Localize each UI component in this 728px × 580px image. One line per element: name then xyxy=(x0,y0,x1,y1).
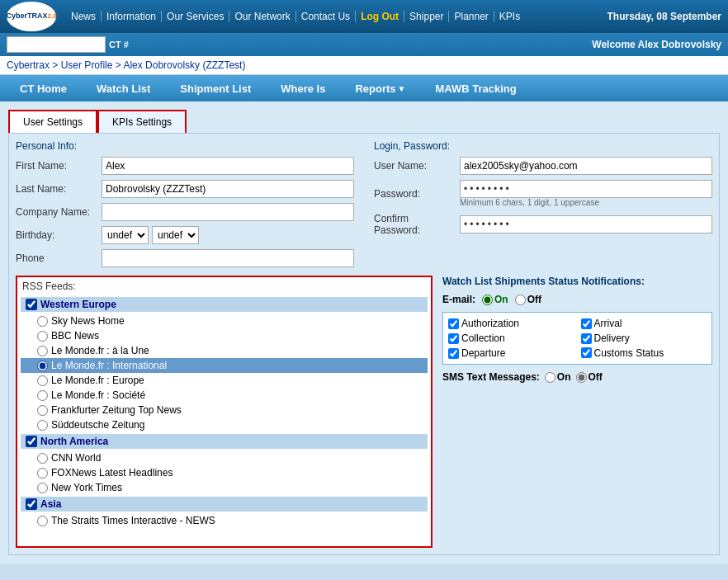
rss-bbc-news-radio[interactable] xyxy=(37,331,48,342)
breadcrumb-cybertrax[interactable]: Cybertrax xyxy=(7,59,50,71)
sms-on-radio[interactable] xyxy=(545,372,555,383)
rss-feeds-header: RSS Feeds: xyxy=(17,277,431,295)
rss-item-sky-news[interactable]: Sky News Home xyxy=(21,314,428,328)
password-input[interactable] xyxy=(460,180,712,198)
rss-item-le-monde-europe[interactable]: Le Monde.fr : Europe xyxy=(21,373,428,388)
rss-sky-news-label: Sky News Home xyxy=(51,315,125,327)
rss-item-nytimes[interactable]: New York Times xyxy=(21,480,428,495)
rss-le-monde-intl-radio[interactable] xyxy=(37,361,48,371)
email-off-radio[interactable] xyxy=(515,295,526,305)
rss-item-foxnews[interactable]: FOXNews Latest Headlines xyxy=(21,465,428,480)
rss-western-europe-checkbox[interactable] xyxy=(26,299,37,310)
birthday-label: Birthday: xyxy=(16,229,98,241)
phone-label: Phone xyxy=(16,252,98,264)
confirm-password-input[interactable] xyxy=(460,215,712,233)
email-off-label[interactable]: Off xyxy=(515,294,541,305)
email-on-radio[interactable] xyxy=(482,295,493,305)
rss-item-le-monde-intl[interactable]: Le Monde.fr : International xyxy=(21,358,428,373)
sms-on-text: On xyxy=(557,371,571,383)
nav-our-services[interactable]: Our Services xyxy=(162,11,229,22)
nav-logout[interactable]: Log Out xyxy=(356,11,404,22)
rss-item-frankfurter[interactable]: Frankfurter Zeitung Top News xyxy=(21,403,428,417)
authorization-checkbox[interactable] xyxy=(448,318,459,329)
arrival-checkbox[interactable] xyxy=(581,318,592,329)
nav-planner[interactable]: Planner xyxy=(449,11,494,22)
secondary-nav: CT Home Watch List Shipment List Where I… xyxy=(0,75,728,101)
rss-item-le-monde-societe[interactable]: Le Monde.fr : Société xyxy=(21,388,428,403)
customs-status-cb-item: Customs Status xyxy=(581,347,707,359)
confirm-password-label: Confirm Password: xyxy=(374,213,456,236)
rss-le-monde-europe-radio[interactable] xyxy=(37,375,48,386)
primary-nav: News Information Our Services Our Networ… xyxy=(66,11,604,22)
rss-category-asia: Asia xyxy=(21,497,428,512)
rss-nytimes-label: New York Times xyxy=(51,482,122,493)
collection-checkbox[interactable] xyxy=(448,333,459,344)
nav-our-network[interactable]: Our Network xyxy=(229,11,295,22)
sms-off-radio[interactable] xyxy=(576,372,587,383)
sms-off-label[interactable]: Off xyxy=(576,371,603,383)
secnav-ct-home[interactable]: CT Home xyxy=(13,79,73,98)
rss-le-monde-societe-radio[interactable] xyxy=(37,390,48,401)
secnav-reports[interactable]: Reports ▼ xyxy=(348,79,412,98)
secnav-shipment-list[interactable]: Shipment List xyxy=(173,79,258,98)
phone-row: Phone xyxy=(16,249,354,267)
tab-user-settings[interactable]: User Settings xyxy=(8,110,97,133)
first-name-input[interactable] xyxy=(102,157,354,175)
rss-sky-news-radio[interactable] xyxy=(37,316,48,327)
rss-item-bbc-news[interactable]: BBC News xyxy=(21,328,428,343)
rss-foxnews-radio[interactable] xyxy=(37,468,48,479)
rss-north-america-checkbox[interactable] xyxy=(26,436,37,447)
rss-cnn-radio[interactable] xyxy=(37,453,48,464)
personal-info-title: Personal Info: xyxy=(16,140,354,152)
rss-item-suddeutsche[interactable]: Süddeutsche Zeitung xyxy=(21,417,428,432)
rss-item-cnn[interactable]: CNN World xyxy=(21,450,428,465)
rss-items-list[interactable]: Western Europe Sky News Home BBC News xyxy=(17,295,431,546)
birthday-day-select[interactable]: undef xyxy=(152,226,199,244)
customs-status-checkbox[interactable] xyxy=(581,347,592,358)
sms-notification-row: SMS Text Messages: On Off xyxy=(442,371,712,383)
sms-label: SMS Text Messages: xyxy=(442,371,540,383)
secnav-watch-list[interactable]: Watch List xyxy=(90,79,157,98)
tab-kpis-settings[interactable]: KPIs Settings xyxy=(97,110,187,133)
search-bar: CT # Welcome Alex Dobrovolsky xyxy=(0,33,728,56)
email-on-label[interactable]: On xyxy=(482,294,508,305)
rss-le-monde-une-radio[interactable] xyxy=(37,346,48,356)
login-password-title: Login, Password: xyxy=(374,140,712,152)
company-name-input[interactable] xyxy=(102,203,354,221)
nav-contact-us[interactable]: Contact Us xyxy=(296,11,356,22)
nav-kpis[interactable]: KPIs xyxy=(494,11,525,22)
username-label: User Name: xyxy=(374,160,456,172)
rss-straits-times-radio[interactable] xyxy=(37,516,48,526)
rss-item-straits-times[interactable]: The Straits Times Interactive - NEWS xyxy=(21,513,428,528)
last-name-input[interactable] xyxy=(102,180,354,198)
birthday-month-select[interactable]: undef xyxy=(102,226,149,244)
rss-asia-label: Asia xyxy=(40,498,61,510)
delivery-label: Delivery xyxy=(594,332,630,344)
rss-category-north-america: North America xyxy=(21,434,428,449)
delivery-checkbox[interactable] xyxy=(581,333,592,344)
notification-checkboxes: Authorization Arrival Collection Deliver… xyxy=(442,312,712,365)
personal-info-section: Personal Info: First Name: Last Name: Co… xyxy=(16,140,367,272)
secnav-mawb-tracking[interactable]: MAWB Tracking xyxy=(428,79,522,98)
rss-nytimes-radio[interactable] xyxy=(37,483,48,493)
rss-asia-checkbox[interactable] xyxy=(26,498,37,510)
nav-shipper[interactable]: Shipper xyxy=(404,11,449,22)
rss-frankfurter-radio[interactable] xyxy=(37,405,48,416)
sms-on-label[interactable]: On xyxy=(545,371,571,383)
rss-suddeutsche-radio[interactable] xyxy=(37,420,48,431)
search-input[interactable] xyxy=(7,36,106,53)
username-row: User Name: xyxy=(374,157,712,175)
nav-news[interactable]: News xyxy=(66,11,102,22)
authorization-label: Authorization xyxy=(461,318,519,329)
rss-item-le-monde-une[interactable]: Le Monde.fr : à la Une xyxy=(21,343,428,358)
rss-category-western-europe: Western Europe xyxy=(21,297,428,312)
rss-le-monde-europe-label: Le Monde.fr : Europe xyxy=(51,375,144,386)
secnav-where-is[interactable]: Where Is xyxy=(274,79,332,98)
username-input[interactable] xyxy=(460,157,712,175)
departure-checkbox[interactable] xyxy=(448,348,459,359)
nav-information[interactable]: Information xyxy=(102,11,162,22)
breadcrumb-user-profile[interactable]: User Profile xyxy=(61,59,113,71)
rss-feeds-panel: RSS Feeds: Western Europe Sky News Home xyxy=(16,276,433,548)
phone-input[interactable] xyxy=(102,249,354,267)
breadcrumb: Cybertrax > User Profile > Alex Dobrovol… xyxy=(0,56,728,75)
